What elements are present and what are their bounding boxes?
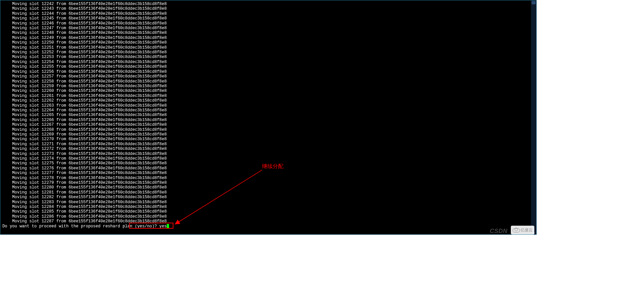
terminal-output[interactable]: Moving slot 12242 from 6bee155f136f40e28… bbox=[0, 0, 532, 235]
cursor-icon bbox=[167, 224, 169, 229]
csdn-watermark: CSDN bbox=[490, 228, 507, 235]
terminal-window: Moving slot 12242 from 6bee155f136f40e28… bbox=[0, 0, 537, 235]
prompt-line[interactable]: Do you want to proceed with the proposed… bbox=[2, 224, 169, 229]
scrollbar-thumb[interactable] bbox=[532, 1, 536, 4]
prompt-highlighted-text: plan (yes/no)? yes bbox=[122, 224, 167, 229]
yisu-label: 亿速云 bbox=[521, 227, 533, 233]
annotation-label: 继续分配 bbox=[262, 163, 283, 170]
yisu-watermark: 亿速云 bbox=[511, 226, 534, 234]
cloud-icon bbox=[513, 228, 519, 232]
terminal-scrollbar[interactable] bbox=[531, 0, 536, 235]
